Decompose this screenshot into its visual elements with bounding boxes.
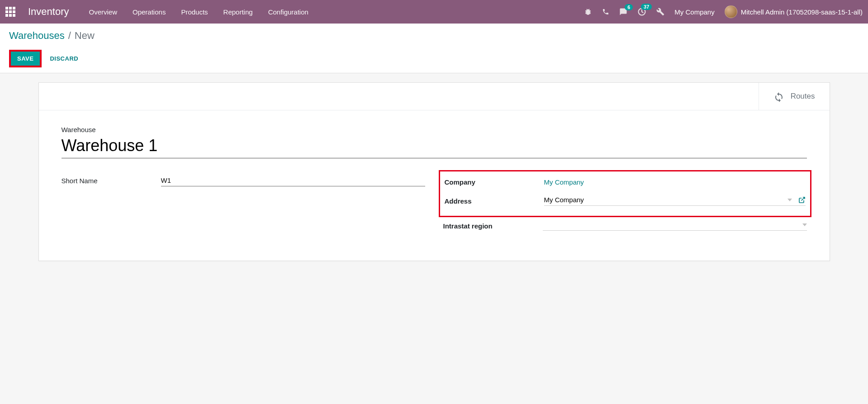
user-name: Mitchell Admin (17052098-saas-15-1-all) (741, 8, 863, 16)
intrastat-label: Intrastat region (443, 222, 543, 230)
top-navbar: Inventory Overview Operations Products R… (0, 0, 868, 24)
row-short-name: Short Name (62, 174, 425, 187)
intrastat-m2o (543, 221, 807, 231)
warehouse-name-input[interactable] (62, 135, 807, 158)
address-m2o (544, 196, 806, 206)
nav-operations[interactable]: Operations (133, 8, 166, 16)
activity-badge: 37 (641, 4, 652, 10)
avatar (725, 5, 737, 18)
company-switcher[interactable]: My Company (674, 8, 714, 16)
nav-overview[interactable]: Overview (89, 8, 118, 16)
nav-products[interactable]: Products (181, 8, 208, 16)
action-buttons: SAVE DISCARD (9, 50, 859, 67)
form-col-left: Short Name (62, 174, 425, 238)
nav-reporting[interactable]: Reporting (223, 8, 253, 16)
nav-links: Overview Operations Products Reporting C… (89, 8, 308, 16)
warehouse-label: Warehouse (62, 126, 807, 133)
breadcrumb-current: New (75, 30, 95, 42)
row-company: Company My Company (445, 175, 806, 189)
address-label: Address (445, 197, 544, 205)
company-label: Company (445, 178, 544, 186)
company-address-highlight: Company My Company Address (439, 170, 811, 217)
phone-icon[interactable] (602, 8, 609, 15)
control-panel: Warehouses / New SAVE DISCARD (0, 24, 868, 73)
sheet-header: Routes (39, 83, 830, 110)
tools-icon[interactable] (656, 8, 664, 16)
form-view: Routes Warehouse Short Name (0, 73, 868, 270)
short-name-value-wrap (161, 175, 425, 186)
breadcrumb: Warehouses / New (9, 30, 859, 42)
breadcrumb-parent[interactable]: Warehouses (9, 30, 65, 42)
routes-stat-button[interactable]: Routes (759, 83, 830, 110)
form-columns: Short Name Company My Company (62, 174, 807, 238)
intrastat-value-wrap (543, 221, 807, 231)
row-address: Address (445, 194, 806, 208)
company-link[interactable]: My Company (544, 178, 584, 186)
bug-icon[interactable] (584, 8, 592, 16)
form-sheet: Routes Warehouse Short Name (38, 82, 830, 261)
breadcrumb-sep: / (68, 30, 71, 42)
navbar-right: 6 37 My Company Mitchell Admin (17052098… (584, 5, 863, 18)
user-menu[interactable]: Mitchell Admin (17052098-saas-15-1-all) (725, 5, 863, 18)
save-highlight: SAVE (9, 50, 42, 67)
short-name-label: Short Name (62, 177, 161, 185)
activity-icon[interactable]: 37 (637, 7, 646, 16)
row-intrastat: Intrastat region (443, 219, 807, 233)
refresh-icon (773, 91, 784, 102)
chat-icon[interactable]: 6 (619, 8, 627, 16)
address-input[interactable] (544, 196, 785, 204)
save-button[interactable]: SAVE (11, 52, 40, 66)
external-link-icon[interactable] (798, 196, 806, 204)
app-brand[interactable]: Inventory (28, 6, 69, 18)
navbar-left: Inventory Overview Operations Products R… (5, 6, 308, 18)
nav-configuration[interactable]: Configuration (268, 8, 308, 16)
form-col-right: Company My Company Address (443, 174, 807, 238)
caret-down-icon[interactable] (802, 223, 807, 226)
discard-button[interactable]: DISCARD (50, 55, 78, 62)
company-value-wrap: My Company (544, 178, 806, 186)
chat-badge: 6 (625, 4, 633, 10)
intrastat-input[interactable] (543, 221, 800, 228)
caret-down-icon[interactable] (787, 199, 792, 201)
apps-grid-icon[interactable] (5, 7, 15, 17)
short-name-input[interactable] (161, 175, 425, 186)
sheet-body: Warehouse Short Name Compa (39, 110, 830, 261)
routes-label: Routes (791, 92, 815, 101)
address-value-wrap (544, 196, 806, 206)
svg-line-1 (801, 197, 804, 200)
